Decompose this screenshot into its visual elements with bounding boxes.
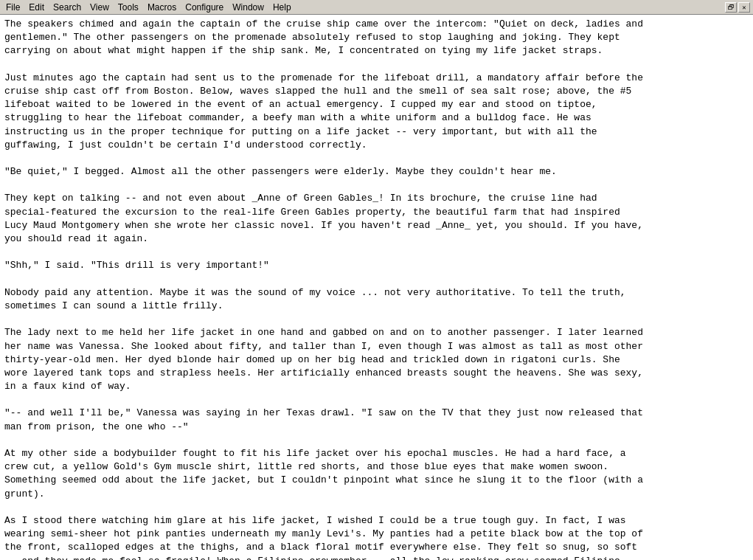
- menu-view[interactable]: View: [86, 1, 114, 14]
- close-button[interactable]: ✕: [738, 2, 750, 13]
- menu-macros[interactable]: Macros: [143, 1, 181, 14]
- menu-window[interactable]: Window: [228, 1, 268, 14]
- menubar: File Edit Search View Tools Macros Confi…: [0, 0, 753, 15]
- restore-button[interactable]: 🗗: [725, 2, 737, 13]
- document-text: The speakers chimed and again the captai…: [4, 18, 749, 560]
- menu-edit[interactable]: Edit: [24, 1, 49, 14]
- menu-help[interactable]: Help: [268, 1, 296, 14]
- menu-file[interactable]: File: [1, 1, 24, 14]
- window-controls: 🗗 ✕: [725, 2, 752, 13]
- menu-tools[interactable]: Tools: [114, 1, 143, 14]
- menu-configure[interactable]: Configure: [181, 1, 228, 14]
- main-window: File Edit Search View Tools Macros Confi…: [0, 0, 753, 560]
- text-editor-area[interactable]: The speakers chimed and again the captai…: [0, 15, 753, 560]
- menu-search[interactable]: Search: [49, 1, 86, 14]
